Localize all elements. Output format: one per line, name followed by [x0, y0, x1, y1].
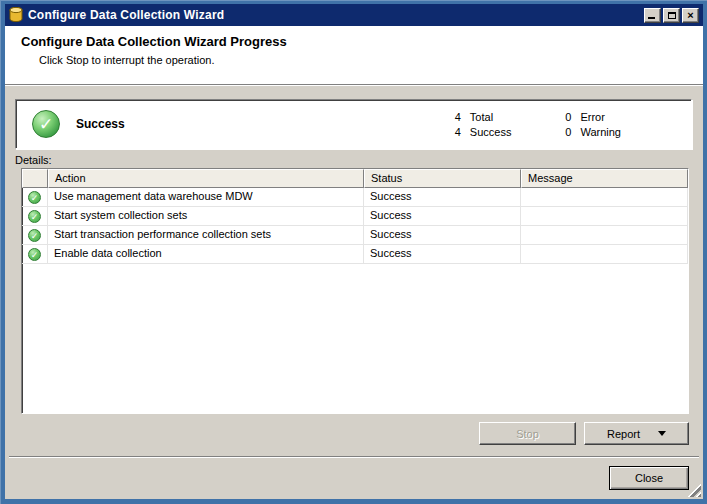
row-action: Use management data warehouse MDW: [48, 188, 364, 207]
close-button[interactable]: Close: [609, 466, 689, 490]
stop-button[interactable]: Stop: [479, 422, 576, 445]
row-status: Success: [364, 207, 521, 226]
stat-success-label: Success: [470, 126, 512, 138]
report-button-label: Report: [607, 428, 640, 440]
check-icon: ✓: [28, 210, 41, 223]
column-header-icon[interactable]: [22, 169, 48, 188]
table-row[interactable]: ✓ Start system collection sets Success: [22, 207, 688, 226]
resize-grip[interactable]: [688, 484, 701, 497]
table-header-row: Action Status Message: [22, 169, 688, 188]
table-row[interactable]: ✓ Enable data collection Success: [22, 245, 688, 264]
close-window-button[interactable]: ×: [682, 8, 699, 23]
stop-button-label: Stop: [516, 428, 539, 440]
wizard-header: Configure Data Collection Wizard Progres…: [5, 26, 703, 85]
stat-total-label: Total: [470, 111, 493, 123]
row-message: [521, 188, 688, 207]
row-status: Success: [364, 188, 521, 207]
stat-warning: 0 Warning: [557, 126, 621, 138]
titlebar[interactable]: Configure Data Collection Wizard ×: [5, 4, 703, 26]
summary-banner: ✓ Success 4 Total 0 Error 4 Success 0 Wa…: [15, 99, 692, 149]
stat-error: 0 Error: [557, 111, 621, 123]
row-status: Success: [364, 226, 521, 245]
row-action: Enable data collection: [48, 245, 364, 264]
minimize-icon: [648, 17, 655, 19]
table-row[interactable]: ✓ Use management data warehouse MDW Succ…: [22, 188, 688, 207]
stat-warning-value: 0: [557, 126, 571, 138]
maximize-button[interactable]: [663, 8, 680, 23]
row-action: Start transaction performance collection…: [48, 226, 364, 245]
page-title: Configure Data Collection Wizard Progres…: [21, 34, 287, 49]
column-header-message[interactable]: Message: [521, 169, 688, 188]
close-icon: ×: [687, 10, 693, 21]
check-icon: ✓: [28, 229, 41, 242]
report-button[interactable]: Report: [584, 422, 689, 445]
maximize-icon: [668, 12, 676, 19]
database-icon: [9, 7, 23, 23]
stat-error-value: 0: [557, 111, 571, 123]
row-status: Success: [364, 245, 521, 264]
check-icon: ✓: [28, 248, 41, 261]
stat-error-label: Error: [580, 111, 604, 123]
details-label: Details:: [15, 154, 52, 166]
success-icon: ✓: [32, 110, 60, 138]
column-header-action[interactable]: Action: [48, 169, 364, 188]
chevron-down-icon: [658, 431, 666, 436]
wizard-window: Configure Data Collection Wizard × Confi…: [0, 0, 707, 504]
row-message: [521, 245, 688, 264]
summary-stats: 4 Total 0 Error 4 Success 0 Warning: [447, 111, 621, 138]
stat-success: 4 Success: [447, 126, 512, 138]
minimize-button[interactable]: [644, 8, 661, 23]
page-subtitle: Click Stop to interrupt the operation.: [39, 54, 214, 66]
stat-warning-label: Warning: [580, 126, 621, 138]
table-row[interactable]: ✓ Start transaction performance collecti…: [22, 226, 688, 245]
separator: [9, 456, 699, 458]
column-header-status[interactable]: Status: [364, 169, 521, 188]
window-title: Configure Data Collection Wizard: [28, 8, 224, 22]
row-message: [521, 226, 688, 245]
row-action: Start system collection sets: [48, 207, 364, 226]
dialog-body: Configure Data Collection Wizard Progres…: [5, 26, 703, 499]
check-icon: ✓: [28, 191, 41, 204]
details-table[interactable]: Action Status Message ✓ Use management d…: [21, 168, 689, 414]
row-message: [521, 207, 688, 226]
stat-success-value: 4: [447, 126, 461, 138]
summary-status: Success: [76, 117, 125, 131]
stat-total-value: 4: [447, 111, 461, 123]
close-button-label: Close: [635, 472, 663, 484]
stat-total: 4 Total: [447, 111, 512, 123]
